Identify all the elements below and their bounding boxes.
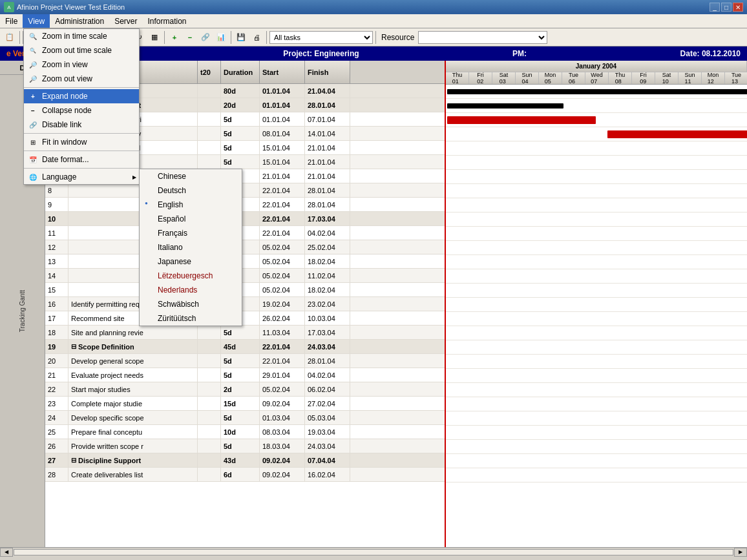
lang-espanol[interactable]: Español <box>140 212 242 226</box>
menu-language[interactable]: 🌐 Language Chinese Deutsch English Españ… <box>24 170 139 184</box>
menu-server[interactable]: Server <box>109 14 142 28</box>
toolbar-separator-5 <box>164 31 165 44</box>
table-row[interactable]: 28Create deliverables list6d09.02.0416.0… <box>45 468 445 482</box>
table-row[interactable]: 26Provide written scope r5d18.03.0424.03… <box>45 439 445 453</box>
zoom-in-view-icon: 🔎 <box>28 59 38 70</box>
col-header-dur: Duration <box>221 61 260 83</box>
menu-expand-node[interactable]: + Expand node <box>24 89 139 103</box>
menu-disable-link[interactable]: 🔗 Disable link <box>24 118 139 132</box>
gantt-row <box>446 312 747 326</box>
task-filter-select[interactable]: All tasks <box>269 31 373 44</box>
table-row[interactable]: 145d05.02.0411.02.04 <box>45 269 445 283</box>
table-row[interactable]: 17Recommend site10d26.02.0410.03.04 <box>45 311 445 326</box>
project-name: Project: Engineering <box>283 49 359 58</box>
maximize-button[interactable]: □ <box>721 3 731 12</box>
window-controls[interactable]: _ □ ✕ <box>710 3 743 12</box>
lang-nederlands[interactable]: Nederlands <box>140 283 242 297</box>
lang-schwaebisch[interactable]: Schwäbisch <box>140 297 242 311</box>
gantt-row <box>446 198 747 213</box>
lang-italiano[interactable]: Italiano <box>140 240 242 254</box>
table-row[interactable]: 1310d05.02.0418.02.04 <box>45 254 445 269</box>
toolbar-separator-8 <box>375 31 376 44</box>
gantt-row <box>446 127 747 141</box>
lang-zurituutsch[interactable]: Züritüütsch <box>140 311 242 326</box>
gantt-row <box>446 454 747 468</box>
table-row[interactable]: 20Develop general scope5d22.01.0428.01.0… <box>45 354 445 368</box>
gantt-row <box>446 468 747 482</box>
h-scrollbar-track[interactable] <box>14 549 733 555</box>
gantt-area: January 2004 Thu01Fri02Sat03Sun04Mon05Tu… <box>446 61 747 547</box>
h-scrollbar[interactable]: ◀ ▶ <box>0 547 747 556</box>
gantt-row <box>446 113 747 127</box>
gantt-row <box>446 326 747 340</box>
lang-japanese[interactable]: Japanese <box>140 254 242 269</box>
lang-chinese[interactable]: Chinese <box>140 169 242 183</box>
grid-btn[interactable]: ▦ <box>147 30 162 45</box>
task-btn[interactable]: 📊 <box>214 30 228 45</box>
gantt-row <box>446 355 747 369</box>
gantt-dates-top: January 2004 <box>446 61 747 72</box>
table-row[interactable]: 85d22.01.0428.01.04 <box>45 183 445 198</box>
minimize-button[interactable]: _ <box>710 3 720 12</box>
menu-file[interactable]: File <box>0 14 23 28</box>
resource-select[interactable] <box>418 31 547 44</box>
col-header-start: Start <box>260 61 305 83</box>
table-row[interactable]: 27⊟Discipline Support43d09.02.0407.04.04 <box>45 453 445 468</box>
gantt-row <box>446 440 747 454</box>
scroll-right-btn[interactable]: ▶ <box>734 548 747 557</box>
menu-collapse-node[interactable]: − Collapse node <box>24 103 139 118</box>
menu-zoom-out-view[interactable]: 🔎 Zoom out view <box>24 72 139 86</box>
table-row[interactable]: 21Evaluate project needs5d29.01.0404.02.… <box>45 368 445 382</box>
toolbar-btn-1[interactable]: 📋 <box>3 30 17 45</box>
scroll-left-btn[interactable]: ◀ <box>0 548 13 557</box>
lang-deutsch[interactable]: Deutsch <box>140 183 242 198</box>
table-row[interactable]: 16Identify permitting req3d19.02.0423.02… <box>45 297 445 311</box>
save-btn[interactable]: 💾 <box>234 30 248 45</box>
gantt-header: January 2004 Thu01Fri02Sat03Sun04Mon05Tu… <box>446 61 747 85</box>
table-row[interactable]: 95d22.01.0428.01.04 <box>45 198 445 212</box>
gantt-date-col: Wed07 <box>585 72 609 84</box>
lang-francais[interactable]: Français <box>140 226 242 240</box>
menu-zoom-out-time[interactable]: 🔍 Zoom out time scale <box>24 43 139 57</box>
table-row[interactable]: 23Complete major studie15d09.02.0427.02.… <box>45 397 445 411</box>
add-btn[interactable]: + <box>167 30 182 45</box>
gantt-row <box>446 369 747 383</box>
menu-fit-window[interactable]: ⊞ Fit in window <box>24 135 139 149</box>
language-submenu: Chinese Deutsch English Español Français… <box>139 169 242 326</box>
project-pm: PM: <box>512 49 527 58</box>
gantt-row <box>446 383 747 397</box>
menu-zoom-in-time[interactable]: 🔍 Zoom in time scale <box>24 29 139 43</box>
toolbar-separator-1 <box>19 31 20 44</box>
menu-date-format[interactable]: 📅 Date format... <box>24 152 139 167</box>
table-row[interactable]: 22Start major studies2d05.02.0406.02.04 <box>45 382 445 397</box>
table-row[interactable]: 19⊟Scope Definition45d22.01.0424.03.04 <box>45 340 445 354</box>
gantt-row <box>446 241 747 255</box>
table-row[interactable]: 1110d22.01.0404.02.04 <box>45 226 445 240</box>
table-row[interactable]: 1215d05.02.0425.02.04 <box>45 240 445 254</box>
gantt-row <box>446 99 747 113</box>
table-row[interactable]: 1510d05.02.0418.02.04 <box>45 283 445 297</box>
lang-english[interactable]: English <box>140 198 242 212</box>
table-row[interactable]: 25Prepare final conceptu10d08.03.0419.03… <box>45 425 445 439</box>
menu-information[interactable]: Information <box>143 14 192 28</box>
table-row[interactable]: 24Develop specific scope5d01.03.0405.03.… <box>45 411 445 425</box>
menu-divider-3 <box>24 150 139 151</box>
zoom-in-time-icon: 🔍 <box>28 31 38 41</box>
remove-btn[interactable]: − <box>183 30 197 45</box>
menu-zoom-in-view[interactable]: 🔎 Zoom in view <box>24 57 139 72</box>
date-format-icon: 📅 <box>28 154 38 165</box>
table-row[interactable]: 1040d22.01.0417.03.04 <box>45 212 445 226</box>
menu-view[interactable]: View <box>23 14 50 28</box>
gantt-date-col: Sat10 <box>655 72 679 84</box>
gantt-date-col: Tue06 <box>562 72 585 84</box>
link-btn[interactable]: 🔗 <box>198 30 213 45</box>
print-btn[interactable]: 🖨 <box>249 30 264 45</box>
expand-node-icon: + <box>28 91 38 101</box>
close-button[interactable]: ✕ <box>733 3 743 12</box>
gantt-date-col: Mon05 <box>539 72 562 84</box>
menu-administration[interactable]: Administration <box>50 14 109 28</box>
toolbar-separator-6 <box>231 31 231 44</box>
table-row[interactable]: 18Site and planning revie5d11.03.0417.03… <box>45 326 445 340</box>
lang-letzebuergesch[interactable]: Lëtzebuergesch <box>140 269 242 283</box>
disable-link-icon: 🔗 <box>28 119 38 130</box>
